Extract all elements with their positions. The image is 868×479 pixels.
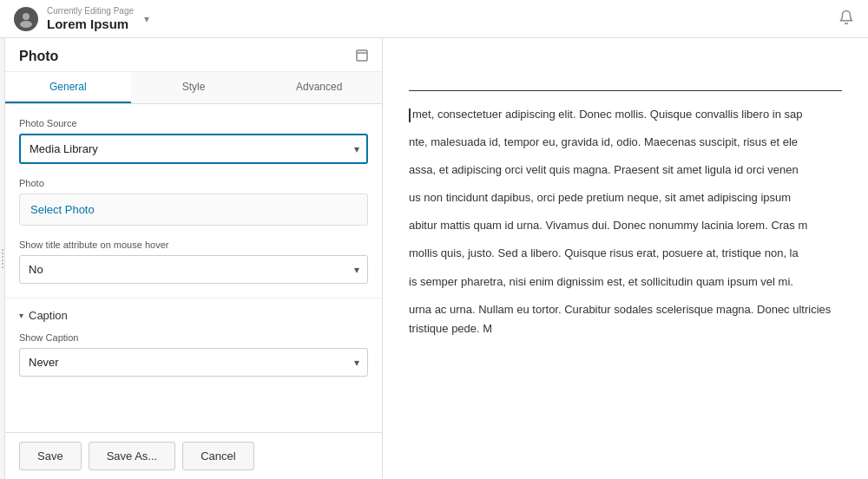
text-cursor bbox=[409, 108, 411, 122]
svg-rect-2 bbox=[357, 50, 367, 61]
chevron-down-icon: ▾ bbox=[19, 311, 23, 320]
photo-source-select-wrapper: Media Library External URL Featured Imag… bbox=[19, 134, 368, 164]
content-paragraph-1: met, consectetuer adipiscing elit. Donec… bbox=[409, 105, 842, 124]
panel-tabs: General Style Advanced bbox=[5, 72, 382, 104]
content-divider-top bbox=[409, 90, 842, 91]
photo-source-field: Photo Source Media Library External URL … bbox=[19, 118, 368, 164]
chevron-down-icon[interactable]: ▾ bbox=[144, 13, 149, 25]
topbar-title: Lorem Ipsum bbox=[47, 16, 134, 32]
content-paragraph-3: assa, et adipiscing orci velit quis magn… bbox=[409, 161, 842, 180]
save-button[interactable]: Save bbox=[19, 442, 82, 470]
photo-source-label: Photo Source bbox=[19, 118, 368, 128]
content-paragraph-6: mollis quis, justo. Sed a libero. Quisqu… bbox=[409, 244, 842, 263]
panel-title: Photo bbox=[19, 49, 356, 64]
caption-header[interactable]: ▾ Caption bbox=[19, 299, 368, 332]
photo-field: Photo Select Photo bbox=[19, 178, 368, 226]
svg-point-1 bbox=[20, 21, 32, 28]
show-caption-select[interactable]: Never Always On Hover bbox=[19, 348, 368, 377]
caption-section: ▾ Caption Show Caption Never Always On H… bbox=[5, 298, 382, 404]
select-photo-link[interactable]: Select Photo bbox=[30, 203, 95, 216]
bell-icon[interactable] bbox=[838, 10, 854, 29]
content-paragraph-4: us non tincidunt dapibus, orci pede pret… bbox=[409, 188, 842, 207]
caption-body: Show Caption Never Always On Hover ▾ bbox=[19, 332, 368, 404]
tab-advanced[interactable]: Advanced bbox=[256, 72, 382, 103]
content-area: met, consectetuer adipiscing elit. Donec… bbox=[383, 38, 868, 479]
main-area: Photo General Style Advanced Photo So bbox=[0, 38, 868, 479]
save-as-button[interactable]: Save As... bbox=[89, 442, 176, 470]
tab-style[interactable]: Style bbox=[131, 72, 257, 103]
panel-body: Photo Source Media Library External URL … bbox=[5, 104, 382, 432]
show-caption-label: Show Caption bbox=[19, 332, 368, 343]
svg-point-0 bbox=[23, 13, 30, 20]
photo-label: Photo bbox=[19, 178, 368, 188]
panel-header: Photo bbox=[5, 38, 382, 72]
cancel-button[interactable]: Cancel bbox=[182, 442, 253, 470]
photo-source-select[interactable]: Media Library External URL Featured Imag… bbox=[19, 134, 368, 164]
show-caption-field: Show Caption Never Always On Hover ▾ bbox=[19, 332, 368, 377]
content-paragraph-7: is semper pharetra, nisi enim dignissim … bbox=[409, 272, 842, 292]
hover-select[interactable]: No Yes bbox=[19, 255, 368, 284]
avatar bbox=[14, 7, 38, 31]
caption-title: Caption bbox=[29, 309, 68, 322]
topbar: Currently Editing Page Lorem Ipsum ▾ bbox=[0, 0, 868, 38]
hover-title-label: Show title attribute on mouse hover bbox=[19, 240, 368, 250]
panel-collapse-button[interactable] bbox=[356, 49, 368, 64]
topbar-title-group: Currently Editing Page Lorem Ipsum bbox=[47, 6, 134, 32]
photo-panel: Photo General Style Advanced Photo So bbox=[5, 38, 383, 479]
photo-select-box[interactable]: Select Photo bbox=[19, 194, 368, 226]
panel-footer: Save Save As... Cancel bbox=[5, 432, 382, 479]
hover-title-field: Show title attribute on mouse hover No Y… bbox=[19, 240, 368, 284]
hover-select-wrapper: No Yes ▾ bbox=[19, 255, 368, 284]
tab-general[interactable]: General bbox=[5, 72, 131, 103]
topbar-subtitle: Currently Editing Page bbox=[47, 6, 134, 16]
content-paragraph-8: urna ac urna. Nullam eu tortor. Curabitu… bbox=[409, 300, 842, 338]
show-caption-select-wrapper: Never Always On Hover ▾ bbox=[19, 348, 368, 377]
drag-dots bbox=[2, 249, 3, 268]
content-paragraph-2: nte, malesuada id, tempor eu, gravida id… bbox=[409, 133, 842, 152]
content-paragraph-5: abitur mattis quam id urna. Vivamus dui.… bbox=[409, 216, 842, 235]
